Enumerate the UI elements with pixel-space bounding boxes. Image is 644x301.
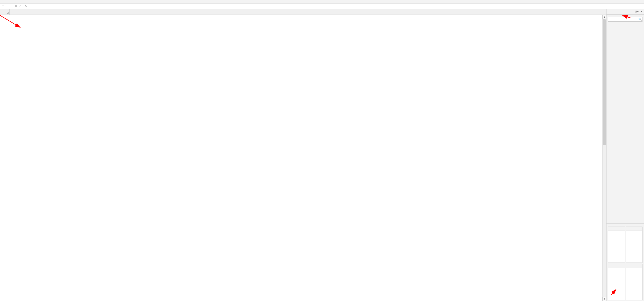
select-all-corner[interactable] (0, 9, 10, 15)
column-area[interactable] (626, 227, 643, 263)
enter-icon[interactable]: ✓ (19, 5, 21, 8)
svg-line-0 (1, 16, 20, 27)
column-area-header (626, 227, 642, 231)
field-search[interactable]: 🔍 (608, 17, 642, 22)
scroll-down-icon[interactable]: ▼ (602, 297, 606, 301)
areas-subtitle (607, 223, 644, 226)
scroll-up-icon[interactable]: ▲ (602, 15, 606, 19)
value-area-header (626, 264, 642, 268)
fx-icon[interactable]: fx (25, 5, 27, 8)
name-box[interactable]: ▼ (0, 4, 14, 9)
formula-bar: ▼ ✕ ✓ fx (0, 4, 644, 9)
value-area[interactable] (626, 264, 643, 300)
filter-area[interactable] (608, 227, 625, 263)
name-box-dropdown-icon[interactable]: ▼ (2, 5, 5, 7)
pivot-fields-pane: ⚙▾ ✕ 🔍 (606, 9, 644, 301)
filter-area-header (608, 227, 625, 231)
field-search-input[interactable] (608, 17, 642, 22)
formula-icons: ✕ ✓ fx (14, 5, 29, 8)
pane-close-icon[interactable]: ✕ (640, 10, 642, 13)
pane-subtitle (607, 15, 644, 17)
scroll-thumb[interactable] (603, 19, 606, 145)
row-area-header (608, 264, 625, 268)
cancel-icon[interactable]: ✕ (15, 5, 17, 8)
annotation-box (0, 15, 1, 16)
annotation-arrow-1 (0, 15, 23, 30)
vertical-scrollbar[interactable]: ▲ ▼ (602, 15, 606, 301)
formula-input[interactable] (29, 4, 644, 9)
search-icon: 🔍 (638, 18, 641, 21)
column-headers (0, 9, 606, 15)
ribbon (0, 0, 644, 4)
pane-gear-icon[interactable]: ⚙▾ (635, 10, 639, 13)
row-area[interactable] (608, 264, 625, 300)
worksheet[interactable]: ▲ ▼ (0, 9, 606, 301)
